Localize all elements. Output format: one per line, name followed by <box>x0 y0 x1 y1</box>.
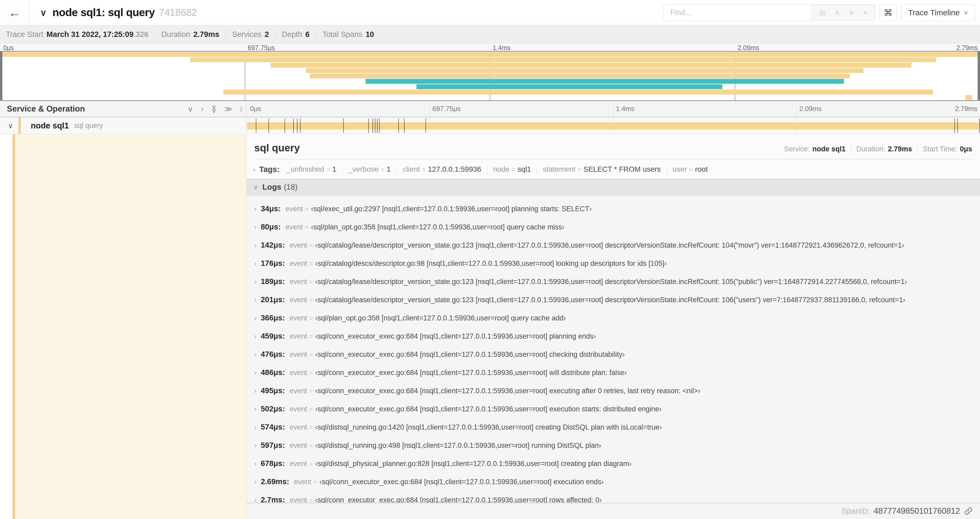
back-button[interactable]: ← <box>0 0 30 25</box>
expand-log-icon[interactable]: › <box>254 260 256 268</box>
log-entry[interactable]: ›142μs:event=‹sql/catalog/lease/descript… <box>254 241 974 249</box>
span-row-timeline-cell[interactable] <box>246 117 980 134</box>
tags-list: _unfinished=1_verbose=1client=127.0.0.1:… <box>286 165 708 174</box>
log-field-key: event <box>290 387 307 395</box>
prev-result-icon[interactable]: ∧ <box>835 8 840 17</box>
log-marker-tick <box>256 119 256 133</box>
expand-log-icon[interactable]: › <box>254 387 256 395</box>
trace-minimap[interactable] <box>0 51 980 101</box>
log-entry[interactable]: ›678μs:event=‹sql/distsql_physical_plann… <box>254 459 974 468</box>
expand-log-icon[interactable]: › <box>254 405 256 413</box>
logs-section-header[interactable]: ∨ Logs (18) <box>246 179 980 195</box>
collapse-trace-icon[interactable]: ∨ <box>40 7 47 18</box>
log-entry[interactable]: ›476μs:event=‹sql/conn_executor_exec.go:… <box>254 350 974 359</box>
clear-search-icon[interactable]: × <box>863 8 867 17</box>
log-entry[interactable]: ›2.69ms:event=‹sql/conn_executor_exec.go… <box>254 477 974 486</box>
keyboard-shortcuts-button[interactable]: ⌘ <box>879 4 897 21</box>
view-selector-button[interactable]: Trace Timeline ∨ <box>901 4 975 21</box>
log-entry[interactable]: ›176μs:event=‹sql/catalog/descs/descript… <box>254 259 974 268</box>
log-entry[interactable]: ›495μs:event=‹sql/conn_executor_exec.go:… <box>254 386 974 395</box>
expand-log-icon[interactable]: › <box>254 296 256 304</box>
log-entry[interactable]: ›574μs:event=‹sql/distsql_running.go:142… <box>254 423 974 431</box>
log-field-key: event <box>290 350 307 359</box>
expand-log-icon[interactable]: › <box>254 478 256 486</box>
minimap-right-scrubber[interactable] <box>978 52 980 100</box>
expand-log-icon[interactable]: › <box>254 205 256 213</box>
log-entry[interactable]: ›597μs:event=‹sql/distsql_running.go:498… <box>254 441 974 450</box>
span-row[interactable]: ∨ node sql1 sql query <box>0 117 980 134</box>
log-entry[interactable]: ›80μs:event=‹sql/plan_opt.go:358 [nsql1,… <box>254 223 974 231</box>
top-bar-controls: ◎ ∧ ∨ × ⌘ Trace Timeline ∨ <box>663 4 980 21</box>
divider <box>537 165 537 174</box>
logs-count: (18) <box>284 183 298 192</box>
tags-section[interactable]: › Tags: _unfinished=1_verbose=1client=12… <box>246 160 980 179</box>
expand-one-icon[interactable]: › <box>201 105 204 113</box>
equals-sign: = <box>305 205 309 213</box>
gridline <box>797 101 797 117</box>
column-resizer-grip[interactable]: ∥ <box>240 105 243 113</box>
find-group: ◎ ∧ ∨ × <box>663 4 875 21</box>
tick-label: 697.75μs <box>248 44 275 52</box>
log-marker-tick <box>425 119 426 133</box>
log-entry[interactable]: ›34μs:event=‹sql/exec_util.go:2297 [nsql… <box>254 204 974 213</box>
log-entry[interactable]: ›366μs:event=‹sql/plan_opt.go:358 [nsql1… <box>254 313 974 322</box>
collapse-one-icon[interactable]: ∨ <box>188 104 193 113</box>
log-field-value: ‹sql/conn_executor_exec.go:684 [nsql1,cl… <box>315 496 602 503</box>
expand-log-icon[interactable]: › <box>254 332 256 340</box>
log-field-value: ‹sql/conn_executor_exec.go:684 [nsql1,cl… <box>315 387 700 395</box>
expand-log-icon[interactable]: › <box>254 441 256 450</box>
divider <box>917 145 918 153</box>
expand-log-icon[interactable]: › <box>254 314 256 322</box>
log-entry[interactable]: ›2.7ms:event=‹sql/conn_executor_exec.go:… <box>254 495 974 503</box>
collapse-span-icon[interactable]: ∨ <box>8 121 13 130</box>
locate-icon[interactable]: ◎ <box>819 8 826 17</box>
equals-sign: = <box>381 166 385 173</box>
expand-log-icon[interactable]: › <box>254 369 256 377</box>
span-duration-bar[interactable] <box>247 122 979 129</box>
expand-all-icon[interactable]: ≫ <box>224 104 232 113</box>
minimap-span-bar <box>190 57 936 62</box>
span-detail-column: sql query Service: node sql1 Duration: 2… <box>246 134 980 519</box>
expand-log-icon[interactable]: › <box>254 423 256 431</box>
expand-log-icon[interactable]: › <box>254 350 256 359</box>
next-result-icon[interactable]: ∨ <box>849 8 854 17</box>
log-marker-tick <box>300 119 301 133</box>
minimap-canvas[interactable] <box>0 52 980 100</box>
expand-log-icon[interactable]: › <box>254 241 256 249</box>
tag-key: _unfinished <box>286 165 324 174</box>
minimap-left-scrubber[interactable] <box>0 52 2 100</box>
log-marker-tick <box>285 119 285 133</box>
deep-link-icon[interactable] <box>964 507 973 515</box>
log-entry[interactable]: ›189μs:event=‹sql/catalog/lease/descript… <box>254 277 974 286</box>
find-input[interactable] <box>664 5 811 21</box>
expand-log-icon[interactable]: › <box>254 460 256 468</box>
trace-title-wrap[interactable]: ∨ node sql1: sql query 7418682 <box>40 6 197 19</box>
expand-log-icon[interactable]: › <box>254 496 256 503</box>
log-entry[interactable]: ›486μs:event=‹sql/conn_executor_exec.go:… <box>254 368 974 377</box>
log-timestamp: 189μs: <box>261 277 285 286</box>
collapse-controls: ∨ › ∨ ∨ ≫ <box>188 104 240 113</box>
minimap-span-bar <box>270 63 912 67</box>
tick-label: 1.4ms <box>493 44 511 52</box>
expand-log-icon[interactable]: › <box>254 223 256 231</box>
collapse-all-icon[interactable]: ∨ ∨ <box>212 105 216 112</box>
tags-label: Tags: <box>259 165 280 174</box>
tag-value: sql1 <box>518 165 531 174</box>
log-entry[interactable]: ›459μs:event=‹sql/conn_executor_exec.go:… <box>254 332 974 340</box>
expand-log-icon[interactable]: › <box>254 278 256 286</box>
span-color-accent <box>18 117 21 134</box>
log-field-key: event <box>290 241 307 249</box>
log-entry[interactable]: ›502μs:event=‹sql/conn_executor_exec.go:… <box>254 404 974 413</box>
log-marker-tick <box>375 119 375 133</box>
span-tree-column <box>0 134 246 519</box>
expand-tags-icon[interactable]: › <box>253 165 256 174</box>
tag-key: statement <box>543 165 575 174</box>
equals-sign: = <box>309 296 313 304</box>
log-marker-tick <box>368 119 369 133</box>
collapse-logs-icon[interactable]: ∨ <box>253 183 258 191</box>
log-timestamp: 502μs: <box>261 404 285 413</box>
log-field-key: event <box>290 405 307 413</box>
log-entry[interactable]: ›201μs:event=‹sql/catalog/lease/descript… <box>254 295 974 304</box>
span-row-name-cell[interactable]: ∨ node sql1 sql query <box>0 117 246 134</box>
back-arrow-icon: ← <box>9 6 21 20</box>
